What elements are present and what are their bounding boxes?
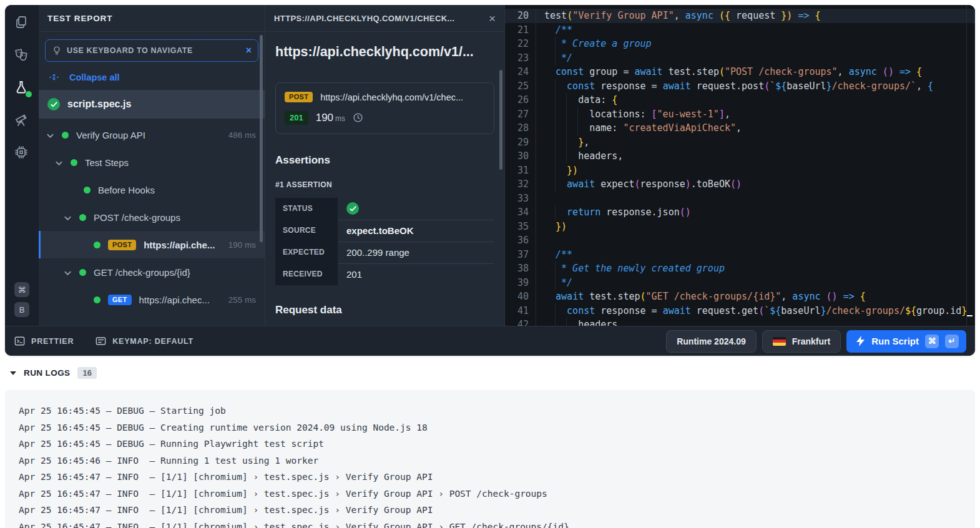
chevron-down-icon[interactable] [64,213,72,222]
code-token: } [578,135,584,150]
runtime-button[interactable]: Runtime 2024.09 [666,330,757,353]
code-line[interactable]: 28name: "createdViaApiCheck", [505,121,975,135]
code-token: () [883,65,894,79]
run-script-button[interactable]: Run Script ⌘ ↵ [846,330,966,353]
chevron-down-icon[interactable] [55,159,63,167]
tree-item[interactable]: Before Hooks [39,176,265,203]
code-token: } [821,304,826,318]
prettier-button[interactable]: PRETTIER [14,335,74,347]
line-number: 38 [505,262,536,276]
code-line[interactable]: 20test("Verify Group API", async ({ requ… [505,9,975,23]
collapse-all-button[interactable]: Collapse all [39,62,265,90]
code-line[interactable]: 30headers, [505,149,975,164]
code-token: await [556,290,584,304]
editor-scrollbar-track[interactable] [966,5,975,326]
tree-item[interactable]: GET /check-groups/{id} [39,258,265,286]
chip-icon[interactable] [14,145,30,161]
log-line: Apr 25 16:45:47 — INFO — [1/1] [chromium… [19,502,975,519]
code-token: response = [595,304,662,318]
indent-guides [544,164,567,178]
code-line[interactable]: 39*/ [505,276,975,290]
indent-space [578,121,589,135]
code-line[interactable]: 23*/ [505,51,975,66]
code-line[interactable]: 35}) [505,220,975,234]
code-line[interactable]: 32await expect(response).toBeOK() [505,177,975,192]
enter-key-icon: ↵ [945,335,959,348]
chevron-down-icon[interactable] [46,131,54,139]
tree-scrollbar[interactable] [260,35,263,242]
location-button[interactable]: Frankfurt [762,330,841,353]
code-line[interactable]: 22* Create a group [505,37,975,51]
code-token: test [544,9,567,23]
code-line[interactable]: 26data: { [505,93,975,107]
indent-guide [556,149,567,164]
copy-icon[interactable] [14,15,30,31]
code-line[interactable]: 40await test.step("GET /check-groups/{id… [505,290,975,304]
duration-label: 190 ms [228,240,256,250]
status-dot [79,214,86,221]
test-report-title: TEST REPORT [39,5,265,32]
code-line[interactable]: 31}) [505,164,975,178]
code-line[interactable]: 25const response = await request.post(`$… [505,79,975,94]
tree-item[interactable]: Verify Group API486 ms [39,121,265,149]
collapse-all-label: Collapse all [69,72,120,82]
b-key-badge[interactable]: B [14,302,29,317]
details-scrollbar[interactable] [499,70,502,170]
tree-item[interactable]: Test Steps [39,149,265,176]
code-token: test.step [663,65,719,79]
code-token: name: [589,121,623,135]
active-indicator-dot [26,91,32,97]
tree-item[interactable]: POSThttps://api.che...190 ms [39,231,265,258]
code-token: const [567,79,595,94]
indent-guide [556,121,567,135]
code-line[interactable]: 24const group = await test.step("POST /c… [505,65,975,79]
indent-space [578,107,589,122]
indent-guides [544,107,589,122]
close-icon[interactable]: × [489,12,496,24]
keymap-button[interactable]: KEYMAP: DEFAULT [95,335,194,347]
code-line[interactable]: 38* Get the newly created group [505,262,975,276]
indent-guides [544,93,578,107]
run-logs-toggle[interactable]: RUN LOGS 16 [10,367,97,379]
indent-space [556,262,561,276]
code-token: ` [770,79,775,94]
code-line[interactable]: 33 [505,192,975,206]
cmd-key-badge[interactable]: ⌘ [14,282,29,297]
code-line[interactable]: 36 [505,233,975,248]
masks-icon[interactable] [14,47,30,64]
chevron-down-icon[interactable] [64,268,72,276]
code-token: { [860,290,866,304]
indent-guide [556,135,567,150]
indent-guide [556,107,567,122]
code-token: { [815,9,821,23]
code-line[interactable]: 27locations: ["eu-west-1"], [505,107,975,122]
flask-icon[interactable] [14,80,30,96]
code-line[interactable]: 37/** [505,248,975,262]
tree-item[interactable]: GEThttps://api.chec...255 ms [39,286,265,313]
telescope-icon[interactable] [14,112,30,129]
code-line[interactable]: 34return response.json() [505,205,975,220]
code-token: response = [595,79,662,94]
spec-file-row[interactable]: script.spec.js [39,90,265,119]
search-clear-icon[interactable]: × [246,46,252,56]
search-input[interactable]: USE KEYBOARD TO NAVIGATE × [45,39,258,62]
code-token: "Verify Group API" [572,9,674,23]
status-dot [79,269,86,276]
code-line[interactable]: 41const response = await request.get(`${… [505,304,975,318]
line-number: 35 [505,220,536,234]
code-token: ( [634,177,640,192]
code-line[interactable]: 29}, [505,135,975,150]
code-token: baseUrl [786,79,826,94]
tree-item[interactable]: POST /check-groups [39,203,265,231]
status-dot [71,159,77,166]
test-report-panel: TEST REPORT USE KEYBOARD TO NAVIGATE × C… [39,5,265,326]
code-editor[interactable]: 20test("Verify Group API", async ({ requ… [505,5,975,326]
request-summary-card[interactable]: POST https://api.checklyhq.com/v1/chec..… [275,82,494,134]
code-token: ] [719,107,725,122]
code-token [821,290,826,304]
details-body: https://api.checklyhq.com/v1/... POST ht… [265,32,504,326]
run-logs-output[interactable]: Apr 25 16:45:45 — DEBUG — Starting jobAp… [5,390,975,528]
collapse-icon [49,72,59,82]
code-line[interactable]: 21/** [505,23,975,37]
code-line[interactable]: 42headers, [505,318,975,326]
